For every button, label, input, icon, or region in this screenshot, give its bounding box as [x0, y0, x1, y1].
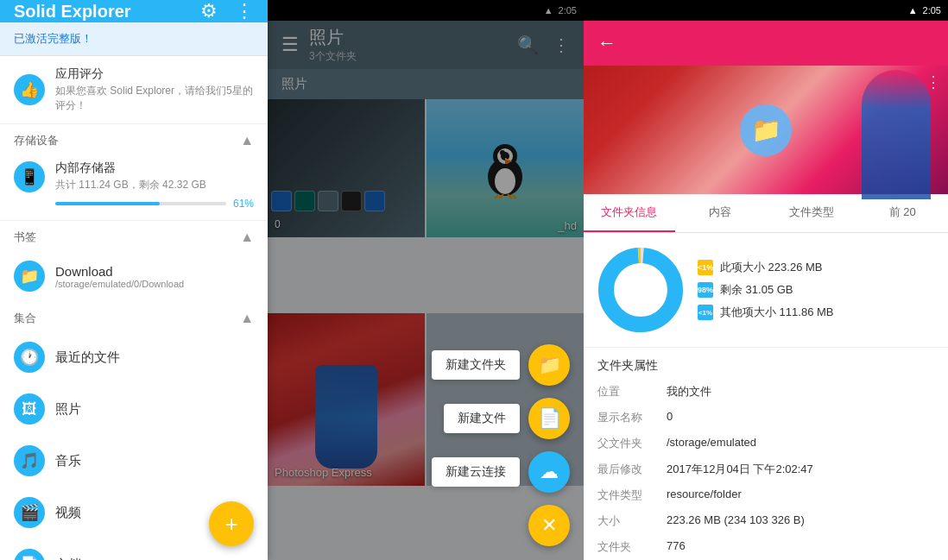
wifi-icon-3: ▲ [908, 5, 918, 16]
download-info: Download /storage/emulated/0/Download [55, 264, 184, 289]
storage-info: 内部存储器 共计 111.24 GB，剩余 42.32 GB [55, 160, 206, 192]
new-folder-btn[interactable]: 📁 [528, 344, 570, 386]
rating-text: 应用评分 如果您喜欢 Solid Explorer，请给我们5星的评分！ [55, 66, 254, 113]
close-fab-btn[interactable]: ✕ [528, 505, 570, 546]
legend-dot-1: 98% [698, 282, 713, 298]
storage-icon: 📱 [14, 161, 45, 192]
file-manager-panel: ▲ 2:05 ☰ 照片 3个文件夹 🔍 ⋮ 照片 [268, 0, 584, 560]
folder-overlay-icon: 📁 [740, 104, 792, 156]
more-vert-icon-3[interactable]: ⋮ [926, 72, 941, 91]
new-file-row: 新建文件 📄 [444, 398, 570, 439]
gear-icon[interactable]: ⚙ [200, 0, 218, 22]
more-vert-icon[interactable]: ⋮ [235, 0, 254, 22]
music-icon: 🎵 [14, 445, 45, 476]
chevron-up-icon[interactable]: ▲ [240, 133, 254, 148]
fab-overlay: 新建文件夹 📁 新建文件 📄 新建云连接 ☁ ✕ [268, 0, 584, 560]
legend-item-0: <1% 此项大小 223.26 MB [698, 260, 834, 275]
activated-bar: 已激活完整版！ [0, 22, 268, 56]
sidebar-panel: Solid Explorer ⚙ ⋮ 已激活完整版！ 👍 应用评分 如果您喜欢 … [0, 0, 268, 560]
property-row-3: 最后修改 2017年12月04日 下午2:02:47 [584, 456, 948, 482]
folder-icon-glyph: 📁 [751, 116, 781, 144]
recent-files-nav-item[interactable]: 🕐 最近的文件 [0, 331, 268, 383]
download-folder-icon: 📁 [14, 261, 45, 292]
property-row-5: 大小 223.26 MB (234 103 326 B) [584, 508, 948, 534]
figure-silhouette [862, 70, 931, 199]
storage-progress-fill [55, 202, 160, 205]
doc-icon: 📄 [14, 549, 45, 560]
folder-info-tabs: 文件夹信息 内容 文件类型 前 20 [584, 194, 948, 233]
legend-item-2: <1% 其他项大小 111.86 MB [698, 305, 834, 320]
chevron-up-icon-3[interactable]: ▲ [240, 311, 254, 326]
new-folder-row: 新建文件夹 📁 [432, 344, 570, 386]
storage-bar-row: 61% [55, 198, 254, 210]
legend-dot-0: <1% [698, 260, 713, 275]
collection-section-header: 集合 ▲ [0, 302, 268, 331]
back-button[interactable]: ← [597, 32, 616, 54]
header-actions: ⚙ ⋮ [200, 0, 254, 22]
add-fab[interactable]: + [209, 501, 254, 546]
folder-info-header: ← [584, 21, 948, 66]
rating-section[interactable]: 👍 应用评分 如果您喜欢 Solid Explorer，请给我们5星的评分！ [0, 56, 268, 124]
property-row-0: 位置 我的文件 [584, 379, 948, 405]
donut-chart-svg [597, 247, 684, 333]
photo-icon: 🖼 [14, 393, 45, 425]
new-file-label: 新建文件 [444, 404, 520, 433]
tab-content[interactable]: 内容 [675, 194, 767, 232]
storage-progress-bg [55, 202, 226, 205]
music-nav-item[interactable]: 🎵 音乐 [0, 435, 268, 487]
tab-file-type[interactable]: 文件类型 [766, 194, 857, 232]
legend-item-1: 98% 剩余 31.05 GB [698, 282, 834, 298]
property-row-6: 文件夹 776 [584, 534, 948, 560]
tab-top20[interactable]: 前 20 [857, 194, 949, 232]
new-file-btn[interactable]: 📄 [528, 398, 570, 439]
properties-section-title: 文件夹属性 [584, 348, 948, 379]
folder-info-panel: ▲ 2:05 ← 📁 ⋮ 文件夹信息 内容 文件类型 前 20 [584, 0, 948, 560]
sidebar-header: Solid Explorer ⚙ ⋮ [0, 0, 268, 22]
new-cloud-row: 新建云连接 ☁ [432, 451, 570, 493]
chart-legend: <1% 此项大小 223.26 MB 98% 剩余 31.05 GB <1% 其… [698, 260, 834, 320]
new-folder-label: 新建文件夹 [432, 350, 520, 380]
legend-dot-2: <1% [698, 305, 713, 320]
folder-photo-banner: 📁 ⋮ [584, 66, 948, 194]
download-nav-item[interactable]: 📁 Download /storage/emulated/0/Download [0, 250, 268, 302]
storage-section-header: 存储设备 ▲ [0, 124, 268, 154]
internal-storage-item[interactable]: 📱 内部存储器 共计 111.24 GB，剩余 42.32 GB 61% [0, 154, 268, 221]
tab-folder-info[interactable]: 文件夹信息 [584, 194, 675, 232]
video-icon: 🎬 [14, 497, 45, 528]
status-time-3: 2:05 [923, 5, 941, 16]
new-cloud-label: 新建云连接 [432, 457, 520, 487]
property-row-4: 文件类型 resource/folder [584, 482, 948, 508]
chevron-up-icon-2[interactable]: ▲ [240, 230, 254, 245]
property-row-1: 显示名称 0 [584, 405, 948, 431]
status-bar-panel3: ▲ 2:05 [584, 0, 948, 21]
close-fab-row: ✕ [528, 505, 570, 546]
property-row-2: 父文件夹 /storage/emulated [584, 431, 948, 456]
svg-point-15 [616, 266, 665, 314]
new-cloud-btn[interactable]: ☁ [528, 451, 570, 493]
bookmarks-section-header: 书签 ▲ [0, 221, 268, 250]
app-title: Solid Explorer [14, 2, 131, 22]
thumbs-up-icon: 👍 [14, 74, 45, 105]
status-right-3: ▲ 2:05 [908, 5, 941, 16]
photos-nav-item[interactable]: 🖼 照片 [0, 383, 268, 435]
chart-section: <1% 此项大小 223.26 MB 98% 剩余 31.05 GB <1% 其… [584, 233, 948, 348]
recent-icon: 🕐 [14, 342, 45, 373]
